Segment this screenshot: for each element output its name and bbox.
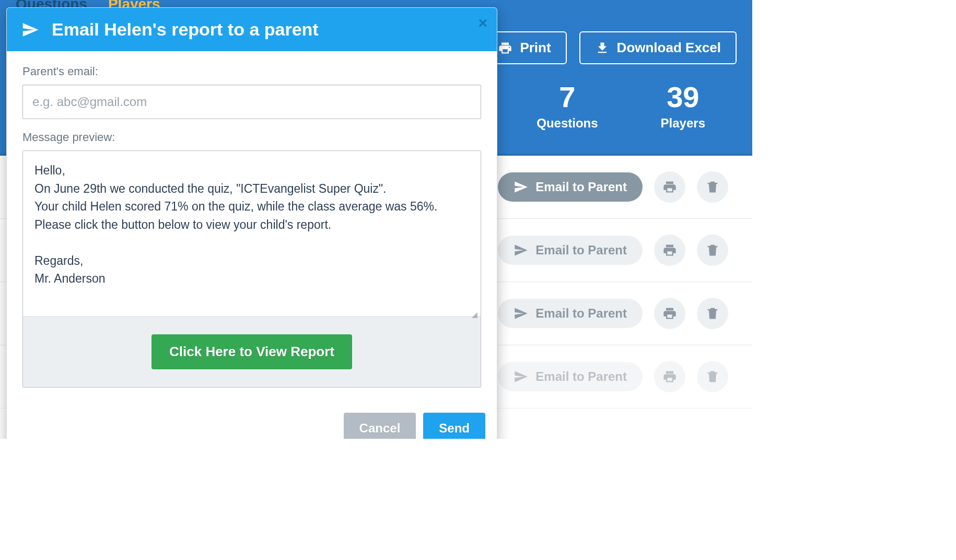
stat-questions: 7 Questions xyxy=(537,80,598,131)
modal-header: Email Helen's report to a parent × xyxy=(7,8,497,51)
trash-icon xyxy=(705,180,720,194)
message-preview: ◢ Click Here to View Report xyxy=(22,150,481,388)
row-delete-button[interactable] xyxy=(697,298,728,329)
download-excel-button[interactable]: Download Excel xyxy=(579,31,737,64)
email-label: Parent's email: xyxy=(22,65,481,78)
close-icon[interactable]: × xyxy=(478,15,487,31)
download-icon xyxy=(595,41,610,55)
print-icon xyxy=(662,369,677,384)
email-parent-button[interactable]: Email to Parent xyxy=(498,172,643,202)
trash-icon xyxy=(705,243,720,258)
print-label: Print xyxy=(520,40,551,56)
row-print-button[interactable] xyxy=(654,235,685,266)
stat-questions-label: Questions xyxy=(537,116,598,131)
print-icon xyxy=(662,243,677,258)
row-print-button[interactable] xyxy=(654,361,685,392)
trash-icon xyxy=(705,306,720,321)
cancel-button[interactable]: Cancel xyxy=(344,413,416,439)
send-icon xyxy=(514,243,528,258)
print-icon xyxy=(662,306,677,321)
message-preview-label: Message preview: xyxy=(22,131,481,144)
row-print-button[interactable] xyxy=(654,298,685,329)
stat-questions-value: 7 xyxy=(537,80,598,114)
row-delete-button[interactable] xyxy=(697,361,728,392)
stat-players: 39 Players xyxy=(661,80,705,131)
email-report-modal: Email Helen's report to a parent × Paren… xyxy=(6,7,497,439)
message-preview-text[interactable] xyxy=(23,151,481,311)
row-delete-button[interactable] xyxy=(697,235,728,266)
preview-footer: Click Here to View Report xyxy=(23,316,481,387)
modal-body: Parent's email: Message preview: ◢ Click… xyxy=(7,51,497,403)
download-label: Download Excel xyxy=(617,40,721,56)
stat-players-label: Players xyxy=(661,116,705,131)
email-parent-button[interactable]: Email to Parent xyxy=(498,236,643,265)
modal-footer: Cancel Send xyxy=(7,403,497,439)
send-icon xyxy=(21,21,39,39)
email-parent-button[interactable]: Email to Parent xyxy=(498,299,643,328)
view-report-button[interactable]: Click Here to View Report xyxy=(151,334,352,369)
row-print-button[interactable] xyxy=(654,171,685,203)
row-delete-button[interactable] xyxy=(697,171,728,203)
email-parent-label: Email to Parent xyxy=(535,243,627,258)
email-parent-label: Email to Parent xyxy=(535,306,627,321)
email-parent-label: Email to Parent xyxy=(535,180,627,194)
send-icon xyxy=(514,369,528,384)
send-icon xyxy=(514,306,528,321)
email-parent-label: Email to Parent xyxy=(535,369,627,384)
send-button[interactable]: Send xyxy=(423,413,485,439)
print-icon xyxy=(498,41,512,55)
parent-email-field[interactable] xyxy=(22,85,481,119)
modal-title: Email Helen's report to a parent xyxy=(52,19,319,40)
stat-players-value: 39 xyxy=(661,80,705,114)
send-icon xyxy=(514,180,528,194)
trash-icon xyxy=(705,369,720,384)
print-icon xyxy=(662,180,677,194)
email-parent-button[interactable]: Email to Parent xyxy=(498,362,643,391)
